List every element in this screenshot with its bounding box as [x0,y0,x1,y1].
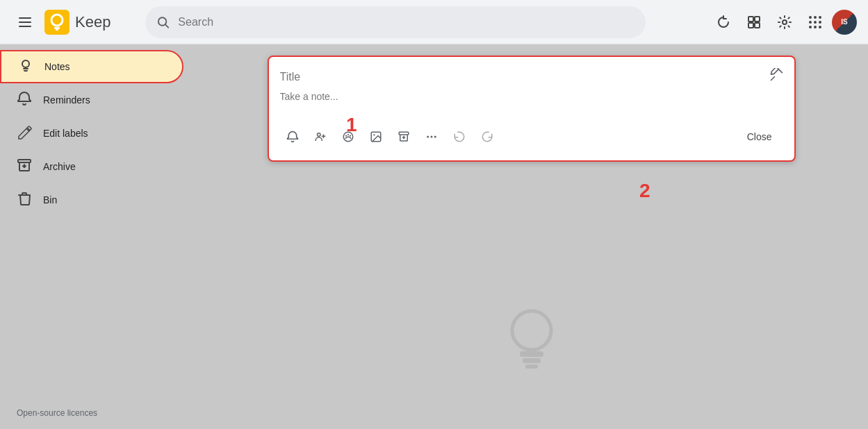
app-name: Keep [75,13,110,31]
svg-rect-0 [19,17,31,19]
svg-rect-11 [748,23,753,28]
main-content: 1 2 [195,44,868,429]
view-toggle-button[interactable] [740,8,768,36]
svg-rect-5 [54,27,60,29]
svg-point-18 [814,21,817,24]
svg-point-17 [809,21,812,24]
svg-point-21 [814,26,817,28]
sidebar-item-edit-labels[interactable]: Edit labels [0,117,183,150]
svg-point-43 [512,311,551,350]
svg-line-28 [771,77,774,81]
edit-labels-icon [17,124,32,143]
svg-point-35 [349,135,350,136]
svg-point-20 [809,26,812,28]
open-source-licences-link[interactable]: Open-source licences [17,408,97,418]
remind-button[interactable] [280,124,305,149]
reminders-icon [17,91,32,110]
avatar-initials: IS [832,10,857,35]
svg-rect-46 [525,364,538,369]
watermark-icon [490,301,573,387]
svg-point-33 [345,135,346,136]
svg-point-40 [427,136,429,138]
svg-point-22 [819,26,821,28]
svg-rect-3 [44,10,69,35]
sidebar-item-notes[interactable]: Notes [0,50,183,83]
svg-point-23 [22,60,29,67]
svg-point-16 [819,16,821,19]
edit-labels-label: Edit labels [43,128,88,139]
refresh-button[interactable] [710,8,737,36]
menu-button[interactable] [11,8,39,36]
svg-rect-6 [56,29,58,31]
svg-rect-9 [748,17,753,22]
svg-rect-38 [399,132,409,135]
bin-icon [17,191,32,210]
svg-point-15 [814,16,817,19]
bin-label: Bin [43,194,57,205]
svg-rect-45 [523,358,541,363]
svg-line-8 [165,24,168,27]
svg-rect-26 [18,160,31,162]
sidebar-item-reminders[interactable]: Reminders [0,83,183,117]
search-bar[interactable] [145,6,646,38]
svg-rect-2 [19,26,31,27]
svg-point-19 [819,21,821,24]
notes-label: Notes [44,61,70,72]
archive-label: Archive [43,161,76,172]
main-layout: Notes Reminders Edit labels [0,44,868,429]
close-button[interactable]: Close [736,124,783,149]
search-icon [156,15,170,29]
pin-button[interactable] [769,68,783,85]
note-body-input[interactable] [280,91,783,113]
annotation-2: 2 [639,180,650,202]
svg-point-34 [347,134,348,135]
undo-button[interactable] [447,124,472,149]
note-title-row [280,68,783,91]
svg-rect-10 [755,17,760,22]
apps-button[interactable] [801,8,829,36]
notes-icon [18,58,33,76]
svg-point-29 [317,133,320,137]
sidebar-item-archive[interactable]: Archive [0,150,183,183]
archive-note-button[interactable] [391,124,416,149]
note-creation-card: Close [268,56,796,162]
app-logo[interactable]: Keep [44,10,110,35]
settings-button[interactable] [771,8,799,36]
svg-rect-12 [755,23,760,28]
keep-logo-icon [44,10,69,35]
collaborator-button[interactable] [308,124,333,149]
sidebar: Notes Reminders Edit labels [0,44,195,429]
header-actions: IS [710,8,857,36]
svg-rect-44 [520,351,543,357]
archive-icon [17,158,32,176]
reminders-label: Reminders [43,94,90,106]
app-header: Keep [0,0,868,44]
more-options-button[interactable] [419,124,444,149]
redo-button[interactable] [475,124,500,149]
svg-point-42 [434,136,436,138]
search-input[interactable] [178,16,634,28]
note-title-input[interactable] [280,71,769,83]
svg-point-37 [373,134,375,135]
svg-point-41 [430,136,432,138]
svg-point-13 [783,20,787,24]
background-button[interactable] [336,124,361,149]
note-toolbar: Close [280,116,783,149]
svg-point-14 [809,16,812,19]
sidebar-item-bin[interactable]: Bin [0,183,183,217]
user-avatar[interactable]: IS [832,10,857,35]
svg-rect-1 [19,22,31,23]
add-image-button[interactable] [363,124,388,149]
